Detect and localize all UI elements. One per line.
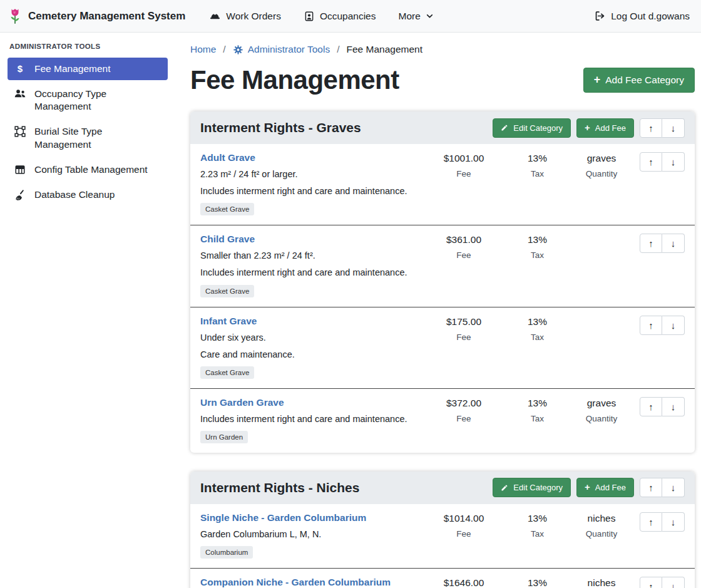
breadcrumb-home-label: Home — [190, 44, 216, 55]
move-fee-up-button[interactable]: ↑ — [640, 577, 662, 588]
fee-description: Smaller than 2.23 m² / 24 ft². — [200, 250, 420, 261]
category-body: Single Niche - Garden Columbarium Garden… — [190, 504, 695, 588]
fee-row: Companion Niche - Garden Columbarium Gar… — [190, 568, 695, 588]
gear-icon — [233, 44, 243, 55]
pencil-icon — [501, 484, 508, 492]
move-fee-up-button[interactable]: ↑ — [640, 152, 662, 172]
move-fee-down-button[interactable]: ↓ — [662, 152, 685, 172]
logout-button[interactable]: Log Out d.gowans — [594, 10, 690, 22]
move-fee-down-button[interactable]: ↓ — [662, 316, 685, 335]
move-category-down-button[interactable]: ↓ — [662, 118, 685, 138]
fee-info: Infant Grave Under six years.Care and ma… — [200, 316, 420, 379]
fee-row: Adult Grave 2.23 m² / 24 ft² or larger.I… — [190, 144, 695, 225]
edit-category-button[interactable]: Edit Category — [493, 478, 571, 497]
move-fee-up-button[interactable]: ↑ — [640, 512, 662, 532]
move-fee-down-button[interactable]: ↓ — [662, 512, 685, 532]
fee-tax-cell: 13% Tax — [508, 577, 567, 588]
move-category-up-button[interactable]: ↑ — [640, 478, 662, 497]
fee-name-link[interactable]: Single Niche - Garden Columbarium — [200, 512, 366, 524]
fee-amount-label: Fee — [420, 414, 508, 423]
fee-tax: 13% — [508, 234, 567, 245]
nav-occupancies[interactable]: Occupancies — [304, 11, 376, 22]
arrow-up-icon: ↑ — [648, 123, 653, 133]
app-brand[interactable]: Cemetery Management System — [8, 8, 185, 24]
fee-name-link[interactable]: Child Grave — [200, 234, 255, 245]
fee-description: Includes interment right and care and ma… — [200, 185, 420, 197]
app-title: Cemetery Management System — [28, 10, 185, 23]
fee-name-link[interactable]: Urn Garden Grave — [200, 397, 284, 408]
add-fee-button[interactable]: + Add Fee — [576, 118, 634, 138]
tulip-logo-icon — [8, 8, 23, 24]
sidebar-item-config-table-management[interactable]: Config Table Management — [8, 158, 168, 181]
add-fee-label: Add Fee — [595, 123, 626, 133]
sidebar-item-label: Burial Site Type Management — [34, 125, 161, 150]
move-fee-up-button[interactable]: ↑ — [640, 234, 662, 253]
broom-icon — [14, 189, 26, 200]
arrow-down-icon: ↓ — [671, 157, 676, 167]
nav-work-orders[interactable]: Work Orders — [209, 10, 281, 22]
sidebar-item-label: Database Cleanup — [34, 188, 115, 201]
fee-name-link[interactable]: Infant Grave — [200, 316, 257, 327]
move-fee-down-button[interactable]: ↓ — [662, 234, 685, 253]
sidebar-item-burial-site-type-management[interactable]: Burial Site Type Management — [8, 120, 168, 155]
fee-type-badge: Urn Garden — [200, 431, 248, 443]
hard-hat-icon — [209, 10, 221, 22]
sidebar-item-fee-management[interactable]: $ Fee Management — [8, 58, 168, 80]
category-header: Interment Rights - Graves Edit Category … — [190, 111, 695, 144]
fee-description: 2.23 m² / 24 ft² or larger. — [200, 168, 420, 180]
add-fee-category-button[interactable]: + Add Fee Category — [583, 68, 695, 93]
fee-tax-label: Tax — [508, 414, 567, 423]
main-content: Home / Administrat — [175, 33, 701, 588]
fee-name-link[interactable]: Companion Niche - Garden Columbarium — [200, 577, 391, 588]
fee-info: Urn Garden Grave Includes interment righ… — [200, 397, 420, 443]
fee-name-link[interactable]: Adult Grave — [200, 152, 255, 163]
fee-amount: $1001.00 — [420, 153, 508, 164]
sidebar-item-label: Config Table Management — [34, 163, 148, 176]
move-fee-up-button[interactable]: ↑ — [640, 316, 662, 335]
sidebar-item-label: Fee Management — [34, 63, 111, 75]
fee-amount-label: Fee — [420, 333, 508, 342]
fee-reorder-group: ↑ ↓ — [640, 577, 685, 588]
fee-descriptions: Garden Columbarium L, M, N. — [200, 529, 420, 540]
arrow-up-icon: ↑ — [648, 517, 653, 527]
move-fee-up-button[interactable]: ↑ — [640, 397, 662, 416]
fee-info: Adult Grave 2.23 m² / 24 ft² or larger.I… — [200, 152, 420, 215]
fee-amount-label: Fee — [420, 250, 508, 260]
sidebar-item-occupancy-type-management[interactable]: Occupancy Type Management — [8, 83, 168, 118]
chevron-down-icon — [426, 12, 434, 20]
nav-more[interactable]: More — [399, 11, 434, 22]
move-category-down-button[interactable]: ↓ — [662, 478, 685, 497]
fee-tax-label: Tax — [508, 333, 567, 342]
fee-tax-label: Tax — [508, 169, 567, 178]
users-icon — [14, 88, 26, 99]
categories: Interment Rights - Graves Edit Category … — [190, 111, 695, 588]
sidebar-heading: ADMINISTRATOR TOOLS — [9, 43, 166, 50]
move-fee-down-button[interactable]: ↓ — [662, 397, 685, 416]
arrow-up-icon: ↑ — [648, 401, 653, 412]
sidebar-item-database-cleanup[interactable]: Database Cleanup — [8, 183, 168, 206]
fee-tax-cell: 13% Tax — [508, 152, 567, 178]
fee-quantity-cell: graves Quantity — [567, 152, 636, 178]
nav-more-label: More — [399, 11, 421, 22]
breadcrumb-home[interactable]: Home — [190, 44, 216, 55]
arrow-up-icon: ↑ — [648, 581, 653, 588]
nav-work-orders-label: Work Orders — [226, 11, 281, 22]
fee-amount-cell: $1646.00 Fee — [420, 577, 508, 588]
move-fee-down-button[interactable]: ↓ — [662, 577, 685, 588]
fee-quantity-label: Quantity — [567, 414, 636, 423]
move-category-up-button[interactable]: ↑ — [640, 118, 662, 138]
fee-descriptions: Smaller than 2.23 m² / 24 ft².Includes i… — [200, 250, 420, 278]
fee-type-badge: Columbarium — [200, 546, 253, 559]
fee-description: Under six years. — [200, 332, 420, 343]
fee-tax-cell: 13% Tax — [508, 397, 567, 423]
edit-category-label: Edit Category — [513, 123, 563, 133]
top-navbar: Cemetery Management System Work Orders — [0, 0, 701, 33]
edit-category-button[interactable]: Edit Category — [493, 118, 571, 138]
category-reorder-group: ↑ ↓ — [640, 118, 685, 138]
fee-quantity-cell: graves Quantity — [567, 397, 636, 423]
primary-nav: Work Orders Occupancies More — [209, 10, 434, 22]
table-icon — [14, 164, 26, 175]
fee-type-badge: Casket Grave — [200, 366, 254, 379]
add-fee-button[interactable]: + Add Fee — [576, 478, 634, 497]
breadcrumb-admin-tools[interactable]: Administrator Tools — [233, 44, 330, 55]
